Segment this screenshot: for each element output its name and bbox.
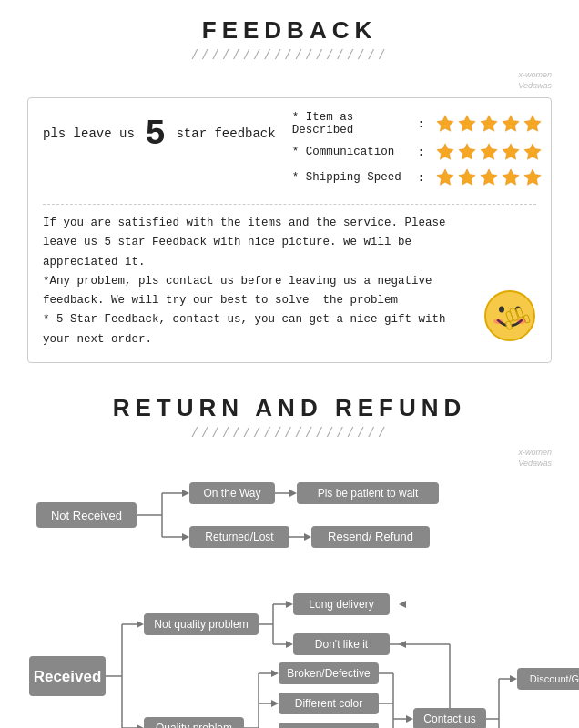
rating-colon-3: : [411, 171, 432, 185]
svg-point-23 [493, 318, 503, 324]
svg-marker-8 [503, 144, 519, 159]
svg-marker-6 [459, 144, 475, 159]
svg-marker-75 [271, 700, 279, 707]
svg-text:Contact us: Contact us [423, 713, 475, 725]
svg-text:Resend/ Refund: Resend/ Refund [328, 530, 413, 543]
svg-point-24 [517, 318, 526, 324]
svg-marker-0 [437, 116, 453, 131]
feedback-body: If you are satisfied with the items and … [43, 204, 536, 349]
svg-text:Received: Received [34, 668, 102, 685]
feedback-title: FEEDBACK [27, 16, 552, 45]
feedback-divider: /////////////////// [27, 48, 552, 63]
feedback-top-row: pls leave us 5 star feedback * Item as D… [43, 111, 536, 193]
svg-marker-1 [459, 116, 475, 131]
svg-point-16 [499, 306, 504, 312]
svg-text:Long delivery: Long delivery [309, 598, 373, 611]
feedback-line-2: *Any problem, pls contact us before leav… [43, 272, 474, 311]
refund-divider: /////////////////// [27, 426, 552, 440]
svg-marker-14 [524, 169, 541, 185]
svg-marker-5 [437, 144, 453, 159]
svg-text:Different color: Different color [295, 697, 362, 710]
svg-marker-13 [503, 169, 519, 185]
rating-colon-2: : [411, 146, 432, 159]
svg-text:On the Way: On the Way [204, 487, 261, 500]
svg-marker-10 [437, 169, 453, 185]
feedback-left-text: pls leave us 5 star feedback [43, 111, 276, 154]
refund-title: RETURN AND REFUND [27, 394, 552, 422]
feedback-brand: x-women Vedawas [27, 68, 552, 90]
feedback-ratings: * Item as Described : * Communication : [292, 111, 543, 193]
stars-2 [435, 142, 543, 162]
received-svg: Received Not quality problem Long delive… [27, 579, 564, 728]
svg-text:Discount/Gifts: Discount/Gifts [530, 673, 579, 684]
svg-marker-4 [524, 116, 541, 131]
svg-marker-59 [399, 601, 406, 608]
rating-row-1: * Item as Described : [292, 111, 543, 136]
svg-marker-38 [182, 533, 189, 541]
svg-marker-61 [286, 641, 293, 648]
brand-name: Vedawas [518, 81, 552, 90]
svg-text:Not Received: Not Received [51, 509, 122, 522]
rating-label-3: * Shipping Speed [292, 171, 411, 184]
feedback-body-text: If you are satisfied with the items and … [43, 214, 474, 349]
feedback-box: pls leave us 5 star feedback * Item as D… [27, 97, 552, 363]
svg-marker-65 [137, 724, 144, 728]
rating-colon-1: : [411, 117, 432, 131]
stars-1 [435, 114, 543, 134]
refund-brand-prefix: x-women [518, 448, 552, 457]
svg-marker-7 [481, 144, 497, 159]
svg-marker-71 [271, 670, 279, 677]
svg-text:Broken/Defective: Broken/Defective [287, 667, 371, 680]
feedback-post-num: star feedback [176, 126, 275, 141]
feedback-star-num: 5 [145, 115, 166, 154]
svg-marker-2 [481, 116, 497, 131]
svg-marker-34 [290, 490, 297, 497]
rating-label-1: * Item as Described [292, 111, 411, 136]
not-received-diagram: Not Received On the Way Pls be patient t… [27, 475, 552, 561]
svg-text:Quality problem: Quality problem [156, 722, 232, 728]
svg-marker-102 [510, 675, 517, 682]
not-received-svg: Not Received On the Way Pls be patient t… [27, 475, 552, 557]
rating-row-3: * Shipping Speed : [292, 167, 543, 187]
svg-marker-42 [304, 533, 311, 541]
feedback-pre-num: pls leave us [43, 126, 135, 141]
brand-prefix: x-women [518, 70, 552, 79]
svg-marker-11 [459, 169, 475, 185]
feedback-line-3: * 5 Star Feedback, contact us, you can g… [43, 310, 474, 349]
svg-marker-50 [137, 621, 144, 628]
refund-brand: x-women Vedawas [27, 446, 552, 468]
feedback-line-1: If you are satisfied with the items and … [43, 214, 474, 272]
emoji-container [483, 289, 536, 349]
svg-marker-30 [182, 490, 189, 497]
svg-text:Don't like it: Don't like it [315, 638, 369, 651]
svg-text:Not quality problem: Not quality problem [154, 618, 248, 631]
svg-marker-92 [406, 715, 413, 723]
stars-3 [435, 167, 543, 187]
svg-marker-9 [524, 144, 541, 159]
svg-marker-56 [286, 601, 293, 608]
svg-marker-3 [503, 116, 519, 131]
refund-section: RETURN AND REFUND /////////////////// x-… [0, 385, 579, 728]
received-diagram: Received Not quality problem Long delive… [27, 579, 552, 728]
smiley-emoji [483, 289, 536, 342]
rating-row-2: * Communication : [292, 142, 543, 162]
svg-text:Pls be patient to wait: Pls be patient to wait [318, 487, 419, 500]
svg-marker-12 [481, 169, 497, 185]
rating-label-2: * Communication [292, 146, 411, 158]
svg-text:Returned/Lost: Returned/Lost [205, 531, 274, 543]
feedback-section: FEEDBACK /////////////////// x-women Ved… [0, 0, 579, 385]
refund-brand-name: Vedawas [518, 459, 552, 468]
